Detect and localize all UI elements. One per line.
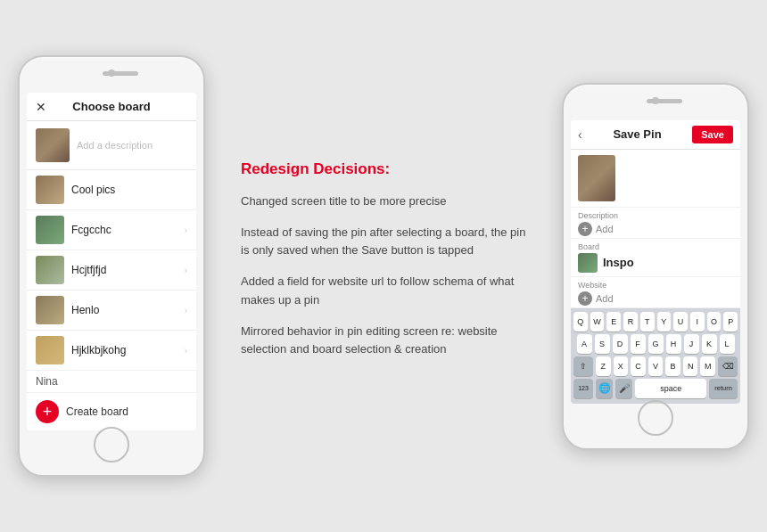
phone-speaker-right [647, 99, 682, 103]
board-section[interactable]: Board Inspo [571, 239, 740, 277]
board-name-hjklkbjkohg: Hjklkbjkohg [71, 344, 177, 356]
choose-board-title: Choose board [72, 100, 150, 113]
key-s[interactable]: S [595, 334, 610, 354]
key-q[interactable]: Q [573, 312, 588, 331]
keyboard-row-1: Q W E R T Y U I O P [573, 312, 738, 331]
choose-board-header: ✕ Choose board [27, 93, 196, 121]
numbers-key[interactable]: 123 [573, 379, 593, 398]
board-arrow-hcjtfjfjd: › [185, 266, 187, 275]
description-section: Description + Add [571, 208, 740, 239]
redesign-point-4: Mirrored behavior in pin editing screen … [241, 323, 526, 360]
board-arrow-hjklkbjkohg: › [185, 346, 187, 356]
website-add-icon: + [578, 291, 592, 306]
description-label: Description [578, 211, 733, 220]
key-w[interactable]: W [590, 312, 605, 331]
create-board-icon: + [36, 400, 59, 423]
key-z[interactable]: Z [596, 356, 611, 376]
keyboard-row-3: ⇧ Z X C V B N M ⌫ [573, 356, 738, 376]
board-thumb-henlo [36, 296, 64, 324]
keyboard: Q W E R T Y U I O P A S D F G [571, 308, 740, 404]
pin-thumbnail-right [578, 155, 615, 201]
key-a[interactable]: A [577, 334, 592, 354]
phone-speaker-left [103, 71, 138, 76]
key-b[interactable]: B [665, 356, 680, 376]
board-selected-name: Inspo [603, 256, 634, 269]
board-item-hjklkbjkohg[interactable]: Hjklkbjkohg › [27, 331, 196, 371]
board-item-coolpics[interactable]: Cool pics [27, 170, 196, 210]
key-c[interactable]: C [631, 356, 646, 376]
board-name-fcgcchc: Fcgcchc [71, 224, 177, 236]
pin-thumbnail [36, 128, 70, 162]
board-thumb-coolpics [36, 176, 64, 204]
key-l[interactable]: L [720, 334, 735, 354]
pin-row [571, 150, 740, 208]
create-board-label: Create board [66, 405, 128, 418]
right-phone-screen: ‹ Save Pin Save Description + Add Board [571, 120, 740, 404]
main-container: ✕ Choose board Add a description Cool pi… [18, 55, 749, 477]
description-add-icon: + [578, 222, 592, 236]
save-button[interactable]: Save [692, 126, 733, 143]
board-name-henlo: Henlo [71, 304, 177, 316]
key-j[interactable]: J [684, 334, 699, 354]
redesign-title: Redesign Decisions: [241, 160, 526, 178]
board-selected-thumb [578, 253, 598, 273]
globe-key[interactable]: 🌐 [596, 379, 613, 398]
key-f[interactable]: F [631, 334, 646, 354]
board-thumb-fcgcchc [36, 216, 64, 244]
board-arrow-henlo: › [185, 306, 187, 315]
redesign-decisions-section: Redesign Decisions: Changed screen title… [223, 151, 544, 381]
key-p[interactable]: P [723, 312, 738, 331]
redesign-body: Changed screen title to be more precise … [241, 192, 526, 360]
board-item-hcjtfjfjd[interactable]: Hcjtfjfjd › [27, 250, 196, 291]
key-t[interactable]: T [640, 312, 655, 331]
board-name-coolpics: Cool pics [71, 184, 187, 196]
key-e[interactable]: E [606, 312, 621, 331]
left-phone-screen: ✕ Choose board Add a description Cool pi… [27, 93, 196, 430]
redesign-point-1: Changed screen title to be more precise [241, 192, 526, 211]
board-item-henlo[interactable]: Henlo › [27, 291, 196, 331]
board-list: Cool pics Fcgcchc › Hcjtfjfjd › Henlo › [27, 170, 196, 430]
description-add-text: Add [596, 224, 614, 234]
key-v[interactable]: V [648, 356, 664, 376]
key-r[interactable]: R [623, 312, 638, 331]
redesign-point-2: Instead of saving the pin after selectin… [241, 224, 526, 261]
key-k[interactable]: K [702, 334, 717, 354]
key-n[interactable]: N [683, 356, 698, 376]
key-y[interactable]: Y [657, 312, 672, 331]
key-m[interactable]: M [700, 356, 715, 376]
board-name-hcjtfjfjd: Hcjtfjfjd [71, 264, 177, 276]
nina-label: Nina [27, 371, 196, 393]
board-arrow-fcgcchc: › [185, 225, 187, 235]
space-key[interactable]: space [635, 379, 706, 398]
save-pin-header: ‹ Save Pin Save [571, 120, 740, 150]
mic-key[interactable]: 🎤 [615, 379, 632, 398]
shift-key[interactable]: ⇧ [573, 356, 593, 376]
delete-key[interactable]: ⌫ [718, 356, 738, 376]
pin-description-placeholder: Add a description [77, 140, 153, 151]
key-x[interactable]: X [614, 356, 629, 376]
key-h[interactable]: H [666, 334, 681, 354]
pin-preview-row: Add a description [27, 121, 196, 170]
website-label: Website [578, 281, 733, 290]
key-u[interactable]: U [673, 312, 688, 331]
board-thumb-hjklkbjkohg [36, 336, 64, 364]
back-icon[interactable]: ‹ [578, 127, 582, 142]
return-key[interactable]: return [709, 379, 738, 398]
right-phone-frame: ‹ Save Pin Save Description + Add Board [562, 83, 749, 450]
keyboard-row-2: A S D F G H J K L [573, 334, 738, 354]
redesign-point-3: Added a field for website url to follow … [241, 273, 526, 310]
website-section: Website + Add [571, 277, 740, 308]
create-board-button[interactable]: + Create board [27, 393, 196, 430]
key-i[interactable]: I [690, 312, 705, 331]
key-g[interactable]: G [648, 334, 664, 354]
left-phone-frame: ✕ Choose board Add a description Cool pi… [18, 55, 205, 477]
board-item-fcgcchc[interactable]: Fcgcchc › [27, 210, 196, 250]
keyboard-row-4: 123 🌐 🎤 space return [573, 379, 738, 398]
website-add-row[interactable]: + Add [578, 291, 733, 306]
key-o[interactable]: O [707, 312, 722, 331]
description-add-row[interactable]: + Add [578, 222, 733, 236]
board-selected-row: Inspo [578, 253, 733, 273]
key-d[interactable]: D [613, 334, 628, 354]
close-icon[interactable]: ✕ [36, 100, 46, 114]
board-label: Board [578, 242, 733, 251]
